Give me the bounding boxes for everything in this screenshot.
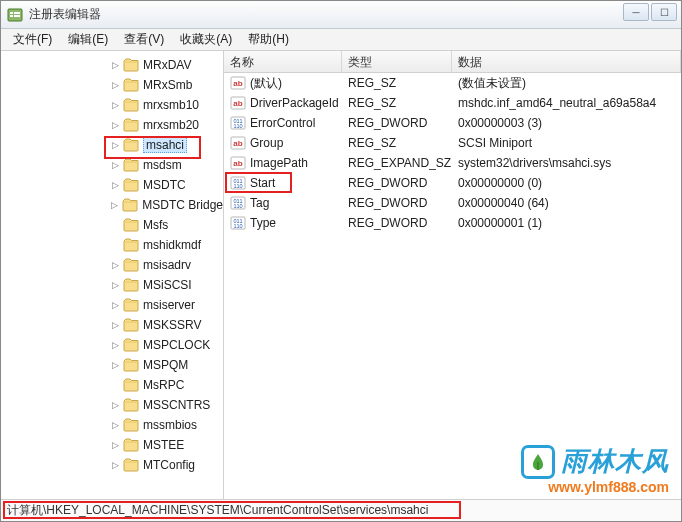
folder-icon (123, 218, 139, 232)
tree-item-label: MSDTC (143, 178, 186, 192)
value-name: DriverPackageId (250, 96, 339, 110)
menu-view[interactable]: 查看(V) (116, 29, 172, 50)
value-name: Group (250, 136, 283, 150)
expand-icon[interactable]: ▷ (109, 160, 121, 170)
tree-item-label: msiserver (143, 298, 195, 312)
titlebar: 注册表编辑器 ─ ☐ (1, 1, 681, 29)
tree-item-msfs[interactable]: Msfs (1, 215, 223, 235)
svg-text:ab: ab (233, 139, 242, 148)
value-type: REG_DWORD (342, 196, 452, 210)
expand-icon[interactable]: ▷ (109, 120, 121, 130)
value-data: SCSI Miniport (452, 136, 681, 150)
tree-item-mskssrv[interactable]: ▷MSKSSRV (1, 315, 223, 335)
value-name: Tag (250, 196, 269, 210)
tree-item-label: Msfs (143, 218, 168, 232)
folder-icon (123, 358, 139, 372)
tree-item-msiserver[interactable]: ▷msiserver (1, 295, 223, 315)
svg-rect-3 (14, 12, 20, 14)
expand-icon[interactable]: ▷ (109, 400, 121, 410)
value-data: 0x00000001 (1) (452, 216, 681, 230)
tree-item-label: msisadrv (143, 258, 191, 272)
table-row[interactable]: abDriverPackageIdREG_SZmshdc.inf_amd64_n… (224, 93, 681, 113)
menu-file[interactable]: 文件(F) (5, 29, 60, 50)
tree-item-label: msdsm (143, 158, 182, 172)
expand-icon[interactable]: ▷ (109, 260, 121, 270)
tree-item-msscntrs[interactable]: ▷MSSCNTRS (1, 395, 223, 415)
tree-item-mshidkmdf[interactable]: mshidkmdf (1, 235, 223, 255)
value-name: Start (250, 176, 275, 190)
table-row[interactable]: 011110TagREG_DWORD0x00000040 (64) (224, 193, 681, 213)
tree-item-mstee[interactable]: ▷MSTEE (1, 435, 223, 455)
list-body[interactable]: ab(默认)REG_SZ(数值未设置)abDriverPackageIdREG_… (224, 73, 681, 499)
tree-item-mtconfig[interactable]: ▷MTConfig (1, 455, 223, 475)
statusbar: 计算机\HKEY_LOCAL_MACHINE\SYSTEM\CurrentCon… (1, 499, 681, 521)
table-row[interactable]: abGroupREG_SZSCSI Miniport (224, 133, 681, 153)
folder-icon (123, 258, 139, 272)
string-value-icon: ab (230, 95, 246, 111)
value-data: (数值未设置) (452, 75, 681, 92)
tree-item-mrxsmb10[interactable]: ▷mrxsmb10 (1, 95, 223, 115)
expand-icon[interactable]: ▷ (109, 300, 121, 310)
expand-icon[interactable]: ▷ (109, 60, 121, 70)
tree-item-msdsm[interactable]: ▷msdsm (1, 155, 223, 175)
svg-rect-1 (10, 12, 13, 14)
value-type: REG_EXPAND_SZ (342, 156, 452, 170)
tree-item-mssmbios[interactable]: ▷mssmbios (1, 415, 223, 435)
string-value-icon: ab (230, 75, 246, 91)
menu-edit[interactable]: 编辑(E) (60, 29, 116, 50)
tree-item-msdtc bridge[interactable]: ▷MSDTC Bridge (1, 195, 223, 215)
tree-item-mrxsmb[interactable]: ▷MRxSmb (1, 75, 223, 95)
table-row[interactable]: abImagePathREG_EXPAND_SZsystem32\drivers… (224, 153, 681, 173)
expand-icon[interactable]: ▷ (109, 440, 121, 450)
column-type[interactable]: 类型 (342, 51, 452, 72)
tree-item-mspqm[interactable]: ▷MSPQM (1, 355, 223, 375)
tree-item-label: msahci (143, 137, 187, 153)
table-row[interactable]: ab(默认)REG_SZ(数值未设置) (224, 73, 681, 93)
value-data: mshdc.inf_amd64_neutral_a69a58a4 (452, 96, 681, 110)
tree-item-label: mshidkmdf (143, 238, 201, 252)
expand-icon[interactable]: ▷ (109, 280, 121, 290)
value-name: Type (250, 216, 276, 230)
expand-icon[interactable]: ▷ (109, 420, 121, 430)
expand-icon[interactable]: ▷ (109, 200, 120, 210)
tree-pane[interactable]: ▷MRxDAV▷MRxSmb▷mrxsmb10▷mrxsmb20▷msahci▷… (1, 51, 224, 499)
value-data: 0x00000040 (64) (452, 196, 681, 210)
value-type: REG_DWORD (342, 176, 452, 190)
expand-icon[interactable]: ▷ (109, 320, 121, 330)
tree-item-msrpc[interactable]: MsRPC (1, 375, 223, 395)
svg-text:110: 110 (233, 203, 242, 209)
tree-item-msdtc[interactable]: ▷MSDTC (1, 175, 223, 195)
value-data: system32\drivers\msahci.sys (452, 156, 681, 170)
menu-help[interactable]: 帮助(H) (240, 29, 297, 50)
expand-icon[interactable]: ▷ (109, 80, 121, 90)
tree-item-msiscsi[interactable]: ▷MSiSCSI (1, 275, 223, 295)
tree-item-msahci[interactable]: ▷msahci (1, 135, 223, 155)
tree-item-mspclock[interactable]: ▷MSPCLOCK (1, 335, 223, 355)
folder-icon (123, 138, 139, 152)
table-row[interactable]: 011110StartREG_DWORD0x00000000 (0) (224, 173, 681, 193)
column-name[interactable]: 名称 (224, 51, 342, 72)
binary-value-icon: 011110 (230, 175, 246, 191)
expand-icon[interactable]: ▷ (109, 140, 121, 150)
app-icon (7, 7, 23, 23)
expand-icon[interactable]: ▷ (109, 100, 121, 110)
column-data[interactable]: 数据 (452, 51, 681, 72)
table-row[interactable]: 011110TypeREG_DWORD0x00000001 (1) (224, 213, 681, 233)
expand-icon[interactable]: ▷ (109, 340, 121, 350)
menu-favorites[interactable]: 收藏夹(A) (172, 29, 240, 50)
expand-icon[interactable]: ▷ (109, 360, 121, 370)
tree-item-msisadrv[interactable]: ▷msisadrv (1, 255, 223, 275)
folder-icon (123, 178, 139, 192)
tree-item-label: MsRPC (143, 378, 184, 392)
tree-item-mrxdav[interactable]: ▷MRxDAV (1, 55, 223, 75)
tree-item-label: mrxsmb20 (143, 118, 199, 132)
svg-text:110: 110 (233, 183, 242, 189)
table-row[interactable]: 011110ErrorControlREG_DWORD0x00000003 (3… (224, 113, 681, 133)
minimize-button[interactable]: ─ (623, 3, 649, 21)
folder-icon (123, 458, 139, 472)
tree-item-mrxsmb20[interactable]: ▷mrxsmb20 (1, 115, 223, 135)
maximize-button[interactable]: ☐ (651, 3, 677, 21)
expand-icon[interactable]: ▷ (109, 180, 121, 190)
expand-icon[interactable]: ▷ (109, 460, 121, 470)
window-controls: ─ ☐ (623, 3, 677, 21)
